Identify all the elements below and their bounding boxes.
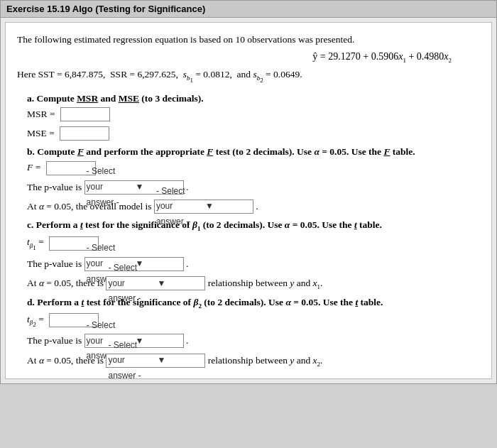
part-d: d. Perform a t test for the significance… [17, 297, 480, 370]
content-area: The following estimated regression equat… [5, 22, 492, 379]
part-d-label: d. Perform a t test for the significance… [27, 297, 480, 310]
tb2-label: tβ2 = [27, 311, 46, 331]
rel-c-select[interactable]: - Select your answer - ▼ [106, 276, 205, 290]
intro-text: The following estimated regression equat… [17, 33, 480, 47]
part-a-label: a. Compute MSR and MSE (to 3 decimals). [27, 93, 480, 104]
pvalue-b-prefix: The p-value is [27, 179, 84, 196]
pvalue-c-row: The p-value is - Select your answer - ▼ … [27, 256, 480, 273]
pvalue-b-select-text: - Select your answer - [87, 164, 133, 210]
rel-c-select-text: - Select your answer - [108, 261, 154, 307]
mse-input[interactable] [60, 126, 109, 141]
part-a: a. Compute MSR and MSE (to 3 decimals). … [17, 93, 480, 143]
equation: ŷ = 29.1270 + 0.5906x1 + 0.4980x2 [17, 51, 480, 64]
pvalue-c-prefix: The p-value is [27, 256, 84, 273]
given-values: Here SST = 6,847.875, SSR = 6,297.625, s… [17, 67, 480, 86]
tb1-label: tβ1 = [27, 234, 46, 253]
pvalue-d-row: The p-value is - Select your answer - ▼ … [27, 332, 480, 349]
model-b-chevron: ▼ [205, 199, 251, 214]
rel-d-suffix: relationship between y and x2. [205, 352, 322, 370]
part-b: b. Compute F and perform the appropriate… [17, 146, 480, 215]
part-b-label: b. Compute F and perform the appropriate… [27, 146, 480, 158]
f-label: F = [27, 159, 43, 176]
rel-d-select-text: - Select your answer - [108, 338, 154, 384]
mse-row: MSE = [27, 125, 480, 142]
rel-d-chevron: ▼ [157, 353, 203, 368]
window: Exercise 15.19 Algo (Testing for Signifi… [0, 0, 497, 384]
msr-input[interactable] [60, 107, 110, 121]
part-c-label: c. Perform a t test for the significance… [27, 219, 480, 232]
rel-c-chevron: ▼ [157, 276, 203, 292]
part-c: c. Perform a t test for the significance… [17, 219, 480, 293]
title-bar: Exercise 15.19 Algo (Testing for Signifi… [1, 1, 496, 18]
title-text: Exercise 15.19 Algo (Testing for Signifi… [6, 4, 205, 14]
mse-label: MSE = [27, 125, 57, 142]
model-b-select[interactable]: - Select your answer - ▼ [154, 200, 253, 214]
pvalue-b-row: The p-value is - Select your answer - ▼ … [27, 179, 480, 196]
msr-label: MSR = [27, 106, 58, 123]
rel-d-select[interactable]: - Select your answer - ▼ [106, 354, 205, 368]
model-b-select-text: - Select your answer - [156, 184, 202, 230]
rel-c-suffix: relationship between y and x1. [205, 275, 322, 293]
msr-row: MSR = [27, 106, 480, 123]
pvalue-d-prefix: The p-value is [27, 332, 84, 349]
